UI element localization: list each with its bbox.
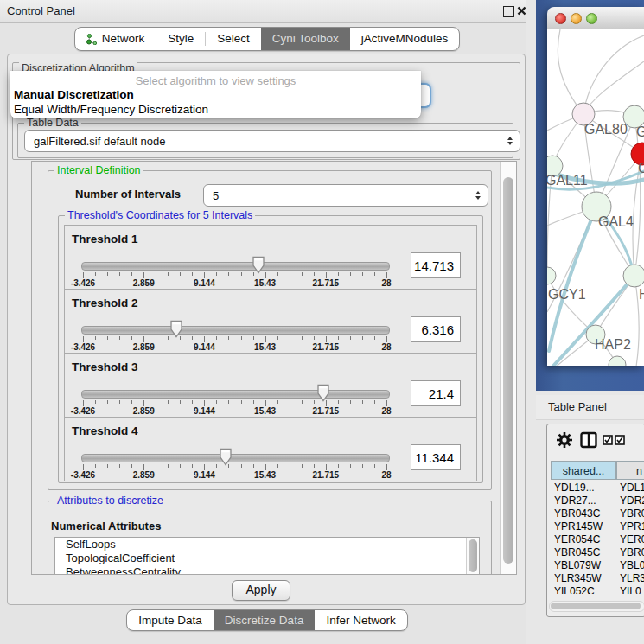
table-row[interactable]: YBR045CYBR0 bbox=[551, 546, 644, 559]
checkbox-icon[interactable] bbox=[615, 435, 625, 445]
cell-shared-name[interactable]: YBR045C bbox=[554, 546, 616, 558]
panel-scrollbar[interactable] bbox=[500, 162, 516, 574]
cell-name[interactable]: YDL1 bbox=[620, 481, 644, 494]
slider-tick bbox=[192, 400, 193, 404]
cell-name[interactable]: YBL0 bbox=[620, 559, 644, 571]
tab-network[interactable]: Network bbox=[75, 28, 156, 50]
number-of-intervals-combobox[interactable]: 5 bbox=[203, 184, 488, 207]
table-row[interactable]: YER054CYER0 bbox=[551, 533, 644, 546]
minimize-traffic-light[interactable] bbox=[571, 13, 582, 24]
threshold-value-input[interactable]: 21.4 bbox=[411, 380, 461, 406]
slider-track[interactable] bbox=[81, 390, 390, 399]
cell-shared-name[interactable]: YDR27... bbox=[554, 494, 616, 507]
table-row[interactable]: YBR043CYBR0 bbox=[551, 507, 644, 520]
attributes-section-label: Attributes to discretize bbox=[54, 494, 166, 507]
cell-name[interactable]: YER0 bbox=[620, 533, 644, 545]
table-scrollbar-thumb[interactable] bbox=[551, 603, 641, 609]
slider-tick bbox=[180, 464, 181, 468]
slider-tick-label: -3.426 bbox=[63, 342, 103, 352]
cell-name[interactable]: YBR0 bbox=[620, 507, 644, 520]
cell-shared-name[interactable]: YDL19... bbox=[554, 481, 616, 494]
slider-tick bbox=[302, 272, 303, 276]
network-node[interactable] bbox=[547, 267, 556, 284]
cell-name[interactable]: YLR3 bbox=[620, 572, 644, 584]
threshold-value-input[interactable]: 6.316 bbox=[411, 316, 461, 342]
checkbox-icon[interactable] bbox=[603, 435, 613, 445]
attribute-list-item[interactable]: SelfLoops bbox=[55, 538, 479, 552]
table-panel-title: Table Panel bbox=[548, 400, 607, 413]
threshold-value-input[interactable]: 14.713 bbox=[411, 252, 461, 278]
tab-label: Select bbox=[217, 28, 250, 50]
top-tab-bar: NetworkStyleSelectCyni ToolboxjActiveMNo… bbox=[0, 27, 534, 51]
attribute-list-item[interactable]: BetweennessCentrality bbox=[55, 565, 479, 575]
thresholds-title: Threshold's Coordinates for 5 Intervals bbox=[65, 209, 255, 221]
attribute-list-item[interactable]: TopologicalCoefficient bbox=[55, 552, 479, 565]
network-node-label: GA bbox=[636, 124, 644, 139]
tab-select[interactable]: Select bbox=[206, 28, 261, 50]
table-row[interactable]: YPR145WYPR1 bbox=[551, 520, 644, 533]
network-edge[interactable] bbox=[558, 29, 583, 114]
split-columns-icon[interactable] bbox=[580, 431, 597, 449]
slider-tick-label: -3.426 bbox=[63, 278, 103, 288]
column-header-name[interactable]: n bbox=[616, 461, 644, 480]
slider-track[interactable] bbox=[81, 326, 390, 335]
table-horizontal-scrollbar[interactable] bbox=[549, 601, 644, 612]
slider-tick bbox=[326, 464, 327, 470]
list-scrollbar[interactable] bbox=[466, 538, 479, 575]
cell-shared-name[interactable]: YLR345W bbox=[554, 572, 616, 584]
slider-track[interactable] bbox=[81, 262, 390, 271]
network-window-titlebar[interactable] bbox=[547, 7, 644, 29]
popup-option-equal-width[interactable]: Equal Width/Frequency Discretization bbox=[14, 103, 208, 116]
slider-track[interactable] bbox=[81, 454, 390, 462]
slider-tick bbox=[326, 336, 327, 342]
table-data-combobox[interactable]: galFiltered.sif default node bbox=[24, 130, 520, 152]
float-window-icon[interactable] bbox=[503, 6, 514, 17]
apply-button[interactable]: Apply bbox=[232, 580, 290, 601]
cell-shared-name[interactable]: YBL079W bbox=[554, 559, 616, 571]
tab-jactivemnodules[interactable]: jActiveMNodules bbox=[350, 28, 460, 50]
zoom-traffic-light[interactable] bbox=[586, 13, 597, 24]
network-node[interactable] bbox=[623, 265, 644, 287]
slider-thumb[interactable] bbox=[252, 256, 265, 277]
bottom-tab-infer-network[interactable]: Infer Network bbox=[315, 610, 406, 630]
network-node[interactable] bbox=[609, 356, 626, 366]
cell-shared-name[interactable]: YIL052C bbox=[554, 585, 616, 594]
cell-shared-name[interactable]: YBR043C bbox=[554, 507, 616, 520]
threshold-value-input[interactable]: 11.344 bbox=[411, 444, 461, 470]
slider-tick bbox=[131, 336, 132, 340]
cell-name[interactable]: YBR0 bbox=[620, 546, 644, 558]
slider-tick bbox=[83, 464, 84, 470]
tab-cyni-toolbox[interactable]: Cyni Toolbox bbox=[261, 28, 350, 50]
close-traffic-light[interactable] bbox=[555, 13, 566, 24]
slider-tick bbox=[265, 464, 266, 470]
cell-name[interactable]: YIL0 bbox=[620, 585, 644, 594]
gear-icon[interactable] bbox=[556, 431, 573, 449]
tab-style[interactable]: Style bbox=[156, 28, 205, 50]
popup-option-manual-discretization[interactable]: Manual Discretization bbox=[14, 88, 134, 101]
table-row[interactable]: YDL19...YDL1 bbox=[551, 481, 644, 494]
slider-tick-label: 9.144 bbox=[184, 278, 224, 288]
bottom-tab-impute-data[interactable]: Impute Data bbox=[127, 610, 214, 630]
column-header-shared[interactable]: shared... bbox=[551, 461, 616, 480]
slider-tick bbox=[374, 400, 375, 404]
slider-thumb[interactable] bbox=[316, 384, 330, 405]
slider-thumb[interactable] bbox=[169, 320, 183, 341]
slider-tick bbox=[241, 336, 242, 340]
bottom-tab-discretize-data[interactable]: Discretize Data bbox=[214, 610, 316, 630]
panel-scrollbar-thumb[interactable] bbox=[503, 177, 513, 564]
list-scrollbar-thumb[interactable] bbox=[469, 539, 477, 572]
table-row[interactable]: YBL079WYBL0 bbox=[551, 559, 644, 572]
cell-name[interactable]: YDR2 bbox=[620, 494, 644, 507]
cell-name[interactable]: YPR1 bbox=[620, 520, 644, 532]
cell-shared-name[interactable]: YER054C bbox=[554, 533, 616, 545]
network-canvas[interactable]: GAL80GACGAL11GAL4GCY1HHAP2 bbox=[547, 29, 644, 366]
slider-tick bbox=[338, 272, 339, 276]
table-row[interactable]: YLR345WYLR3 bbox=[551, 572, 644, 585]
slider-tick bbox=[131, 400, 132, 404]
table-row[interactable]: YDR27...YDR2 bbox=[551, 494, 644, 507]
cell-shared-name[interactable]: YPR145W bbox=[554, 520, 616, 532]
settings-scroll-panel: Interval Definition Number of Intervals … bbox=[31, 161, 517, 575]
slider-thumb[interactable] bbox=[219, 448, 233, 469]
table-row[interactable]: YIL052CYIL0 bbox=[551, 585, 644, 594]
numerical-attributes-list[interactable]: SelfLoopsTopologicalCoefficientBetweenne… bbox=[54, 537, 480, 575]
